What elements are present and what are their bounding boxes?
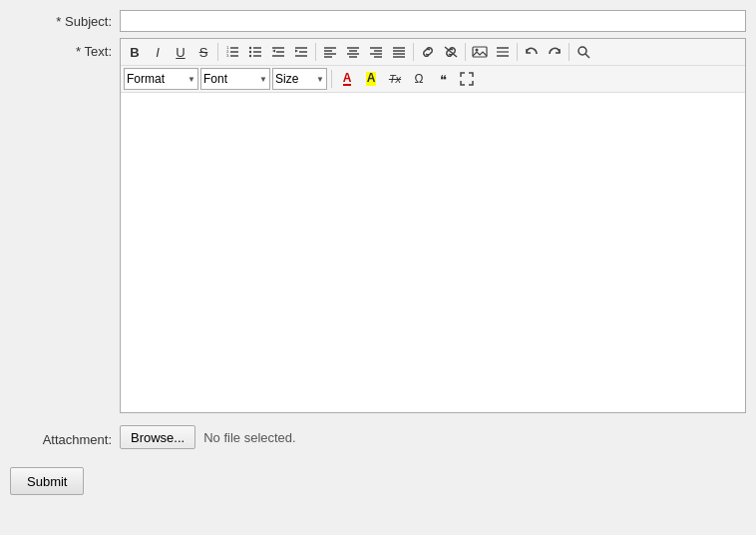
clear-format-icon: Tx (389, 73, 401, 85)
subject-label: * Subject: (10, 10, 120, 29)
browse-button[interactable]: Browse... (120, 425, 195, 449)
separator4 (465, 43, 466, 61)
toolbar-row2: Format Paragraph Heading 1 Heading 2 Hea… (121, 66, 745, 93)
attachment-row: Attachment: Browse... No file selected. (0, 419, 756, 455)
separator5 (517, 43, 518, 61)
redo-button[interactable] (544, 41, 566, 63)
format-select-wrapper: Format Paragraph Heading 1 Heading 2 Hea… (124, 68, 198, 90)
size-select[interactable]: Size 8 10 12 14 16 18 24 36 (272, 68, 327, 90)
toolbar-row1: B I U S 1.2.3. (121, 39, 745, 66)
align-left-icon (323, 45, 337, 59)
editor-textarea[interactable] (121, 93, 745, 412)
text-label: * Text: (10, 38, 120, 59)
blockquote-button[interactable]: ❝ (432, 68, 454, 90)
italic-button[interactable]: I (147, 41, 169, 63)
indent-decrease-icon (271, 45, 285, 59)
font-select[interactable]: Font Arial Times New Roman Courier New G… (200, 68, 270, 90)
separator2 (315, 43, 316, 61)
subject-input[interactable] (120, 10, 746, 32)
indent-increase-icon (294, 45, 308, 59)
svg-line-43 (585, 54, 589, 58)
fullscreen-button[interactable] (456, 68, 478, 90)
separator3 (413, 43, 414, 61)
svg-point-11 (249, 55, 251, 57)
clear-format-button[interactable]: Tx (384, 68, 406, 90)
undo-button[interactable] (521, 41, 543, 63)
find-icon (576, 45, 590, 59)
separator1 (217, 43, 218, 61)
fullscreen-icon (460, 72, 474, 86)
format-select[interactable]: Format Paragraph Heading 1 Heading 2 Hea… (124, 68, 198, 90)
ordered-list-button[interactable]: 1.2.3. (221, 41, 243, 63)
align-right-icon (369, 45, 383, 59)
ordered-list-icon: 1.2.3. (225, 45, 239, 59)
align-justify-button[interactable] (388, 41, 410, 63)
font-color-button[interactable]: A (336, 68, 358, 90)
font-color-icon: A (343, 72, 352, 86)
indent-decrease-button[interactable] (267, 41, 289, 63)
undo-icon (525, 45, 539, 59)
separator7 (331, 70, 332, 88)
svg-text:3.: 3. (226, 53, 229, 58)
link-button[interactable] (417, 41, 439, 63)
bold-button[interactable]: B (124, 41, 146, 63)
image-button[interactable] (469, 41, 491, 63)
submit-row: Submit (0, 461, 756, 501)
svg-point-10 (249, 51, 251, 53)
hr-icon (496, 45, 510, 59)
text-row: * Text: B I U S 1.2.3. (0, 38, 756, 413)
font-select-wrapper: Font Arial Times New Roman Courier New G… (200, 68, 270, 90)
align-center-button[interactable] (342, 41, 364, 63)
size-select-wrapper: Size 8 10 12 14 16 18 24 36 (272, 68, 327, 90)
strikethrough-button[interactable]: S (192, 41, 214, 63)
align-right-button[interactable] (365, 41, 387, 63)
special-char-button[interactable]: Ω (408, 68, 430, 90)
separator6 (568, 43, 569, 61)
svg-point-9 (249, 47, 251, 49)
svg-marker-15 (272, 50, 275, 53)
redo-icon (548, 45, 562, 59)
svg-point-42 (578, 47, 586, 55)
highlight-icon: A (366, 72, 377, 86)
special-char-icon: Ω (415, 72, 424, 86)
indent-increase-button[interactable] (290, 41, 312, 63)
link-icon (420, 45, 436, 59)
svg-marker-19 (295, 50, 298, 53)
blockquote-icon: ❝ (440, 72, 447, 87)
align-center-icon (346, 45, 360, 59)
attachment-label: Attachment: (10, 428, 120, 447)
find-button[interactable] (572, 41, 594, 63)
hr-button[interactable] (492, 41, 514, 63)
text-editor-wrapper: B I U S 1.2.3. (120, 38, 746, 413)
align-left-button[interactable] (319, 41, 341, 63)
unlink-button[interactable] (440, 41, 462, 63)
subject-row: * Subject: (0, 10, 756, 32)
unordered-list-icon (248, 45, 262, 59)
image-icon (472, 45, 488, 59)
underline-button[interactable]: U (170, 41, 191, 63)
unlink-icon (443, 45, 459, 59)
unordered-list-button[interactable] (244, 41, 266, 63)
no-file-text: No file selected. (203, 430, 296, 445)
highlight-color-button[interactable]: A (360, 68, 382, 90)
form-container: * Subject: * Text: B I U S 1.2.3. (0, 0, 756, 511)
svg-point-38 (476, 49, 479, 52)
submit-button[interactable]: Submit (10, 467, 84, 495)
align-justify-icon (392, 45, 406, 59)
